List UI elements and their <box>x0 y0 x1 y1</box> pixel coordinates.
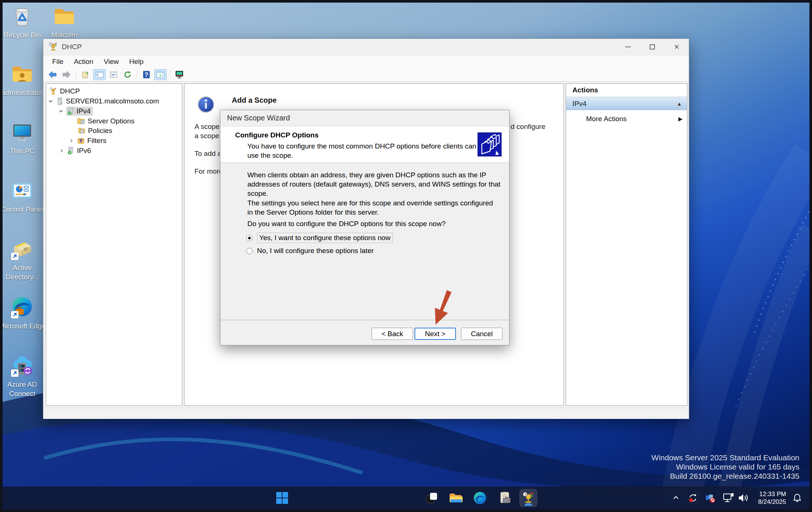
radio-button-selected-icon[interactable] <box>246 235 253 241</box>
tree-item-label: IPv4 <box>77 107 91 115</box>
shortcut-arrow-icon <box>11 253 18 260</box>
tree-item-filters[interactable]: Filters <box>46 136 182 146</box>
radio-configure-now[interactable]: Yes, I want to configure these options n… <box>246 233 393 243</box>
desktop-icon-label: administrator <box>0 88 48 97</box>
selected-tree-item: IPv4 <box>66 107 93 116</box>
forward-button[interactable] <box>60 69 73 80</box>
maximize-button[interactable] <box>640 39 664 55</box>
watermark-line: Windows Server 2025 Standard Evaluation <box>652 453 799 462</box>
tray-date: 8/24/2025 <box>758 498 786 506</box>
back-button[interactable]: < Back <box>372 328 413 340</box>
server-manager-icon <box>498 491 512 505</box>
tray-dhcp-server-icon[interactable] <box>704 491 717 505</box>
console-tree-toggle-icon[interactable] <box>93 69 106 80</box>
tree-item-ipv6[interactable]: IPv6 <box>46 146 182 156</box>
tray-network-icon[interactable] <box>722 491 735 505</box>
svg-text:?: ? <box>145 72 148 78</box>
chevron-down-icon[interactable] <box>48 98 54 104</box>
tree-item-server-options[interactable]: Server Options <box>46 116 182 126</box>
annotation-arrow <box>424 289 464 330</box>
monitor-icon <box>10 120 34 144</box>
menu-action[interactable]: Action <box>69 56 99 67</box>
tree-item-dhcp-root[interactable]: DHCP <box>46 86 182 96</box>
tree-item-label: IPv6 <box>77 147 91 155</box>
tray-sync-icon[interactable] <box>686 491 700 505</box>
help-icon[interactable]: ? <box>140 69 153 80</box>
cancel-button[interactable]: Cancel <box>461 328 503 340</box>
dialog-titlebar: New Scope Wizard <box>220 110 509 126</box>
menu-view[interactable]: View <box>98 56 124 67</box>
tree-item-server01[interactable]: SERVER01.malcolmsoto.com <box>46 96 182 106</box>
task-view-button[interactable] <box>423 489 440 507</box>
tray-notifications-bell[interactable] <box>791 491 804 505</box>
desktop-icon-this-pc[interactable]: This PC <box>0 120 48 156</box>
active-app-indicator <box>525 504 532 506</box>
radio-button-icon[interactable] <box>246 248 253 254</box>
action-pane-toggle-icon[interactable] <box>154 69 167 80</box>
wizard-paragraph: The settings you select here are for thi… <box>247 198 493 217</box>
wizard-step-heading: Configure DHCP Options <box>235 131 319 139</box>
shortcut-arrow-icon <box>11 369 18 377</box>
tree-item-ipv4[interactable]: IPv4 <box>46 106 182 116</box>
taskbar: 12:33 PM 8/24/2025 <box>0 487 812 509</box>
desktop-icon-microsoft-edge[interactable]: Microsoft Edge <box>0 296 48 331</box>
azure-ad-connect-icon <box>10 354 34 378</box>
tree-item-label: Server Options <box>88 117 135 125</box>
chevron-right-icon[interactable] <box>59 148 65 154</box>
tree-item-label: DHCP <box>60 87 80 95</box>
watermark-line: Build 26100.ge_release.240331-1435 <box>652 471 799 481</box>
dialog-header: Configure DHCP Options You have to confi… <box>220 127 509 163</box>
console-tree-pane: DHCP SERVER01.malcolmsoto.com IPv4 <box>46 83 182 406</box>
radio-configure-later[interactable]: No, I will configure these options later <box>246 247 374 255</box>
desktop: Recycle Bin Malcolm administrator <box>0 0 812 512</box>
menu-help[interactable]: Help <box>124 56 149 67</box>
radio-label[interactable]: No, I will configure these options later <box>257 247 374 255</box>
tray-clock[interactable]: 12:33 PM 8/24/2025 <box>758 490 786 506</box>
recycle-bin-icon <box>10 4 34 28</box>
start-button[interactable] <box>273 489 291 507</box>
new-scope-wizard-dialog: New Scope Wizard Configure DHCP Options … <box>220 110 510 345</box>
active-directory-icon <box>10 237 34 261</box>
dhcp-app-button[interactable] <box>520 489 537 507</box>
desktop-icon-label: This PC <box>0 146 48 156</box>
wizard-folders-icon <box>477 129 502 160</box>
back-button[interactable] <box>46 69 59 80</box>
file-explorer-icon <box>449 491 463 505</box>
server-icon <box>57 97 63 105</box>
server-manager-button[interactable] <box>496 489 514 507</box>
info-icon <box>197 96 214 113</box>
chevron-down-icon[interactable] <box>58 108 64 114</box>
tree-item-policies[interactable]: Policies <box>46 126 182 136</box>
menu-file[interactable]: File <box>47 56 69 67</box>
refresh-icon[interactable] <box>121 69 134 80</box>
more-actions-item[interactable]: More Actions ▶ <box>566 112 687 126</box>
ipv4-server-icon <box>67 107 74 115</box>
tree-item-label: SERVER01.malcolmsoto.com <box>66 97 159 105</box>
wizard-step-subheading: You have to configure the most common DH… <box>247 141 487 160</box>
desktop-icon-label: Microsoft Edge <box>0 321 48 331</box>
desktop-icon-azure-ad-connect[interactable]: Azure AD Connect <box>0 354 48 398</box>
actions-group-ipv4[interactable]: IPv4 ▲ <box>566 97 687 110</box>
properties-icon[interactable] <box>107 69 120 80</box>
policies-folder-icon <box>78 127 85 134</box>
desktop-icon-label: Azure AD Connect <box>0 380 48 398</box>
radio-label[interactable]: Yes, I want to configure these options n… <box>257 233 393 243</box>
edge-button[interactable] <box>471 489 489 507</box>
eval-watermark: Windows Server 2025 Standard Evaluation … <box>652 453 799 481</box>
desktop-icon-malcolm[interactable]: Malcolm <box>38 4 90 40</box>
tray-chevron-up[interactable] <box>669 491 683 505</box>
desktop-icon-active-directory[interactable]: Active Directory... <box>0 237 48 281</box>
remote-desktop-icon[interactable] <box>173 69 186 80</box>
export-list-icon[interactable] <box>79 69 92 80</box>
minimize-button[interactable] <box>616 39 640 55</box>
desktop-icon-control-panel[interactable]: Control Panel <box>0 179 48 214</box>
dialog-body: When clients obtain an address, they are… <box>220 163 509 320</box>
tray-volume-icon[interactable] <box>737 491 750 505</box>
desktop-icon-label: Control Panel <box>0 205 48 214</box>
file-explorer-button[interactable] <box>447 489 464 507</box>
chevron-right-icon[interactable] <box>68 138 74 144</box>
collapse-icon[interactable]: ▲ <box>677 101 682 107</box>
dhcp-app-icon <box>48 42 58 52</box>
desktop-icon-administrator[interactable]: administrator <box>0 62 48 97</box>
close-button[interactable]: × <box>664 39 689 55</box>
